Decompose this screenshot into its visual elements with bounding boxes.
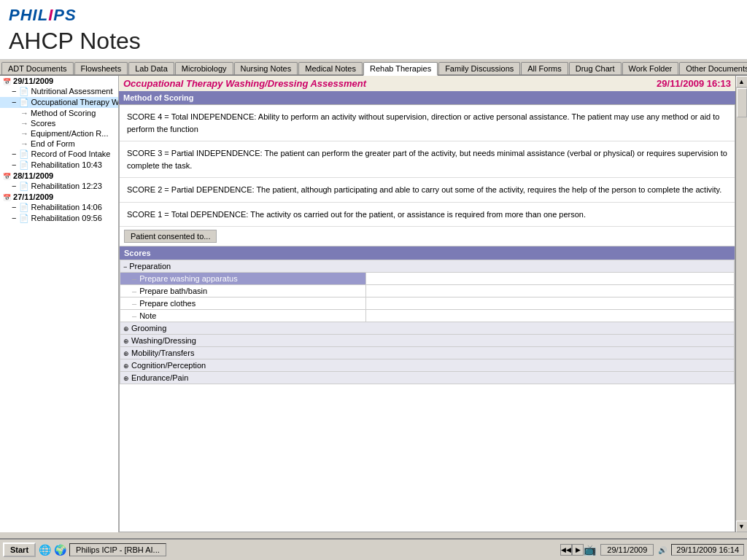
doc-page-icon: 📄	[19, 87, 29, 96]
category-row-1[interactable]: ⊕Grooming	[120, 322, 735, 335]
tab-nursing-notes[interactable]: Nursing Notes	[234, 62, 298, 74]
philips-nav-icon: 📺	[584, 544, 596, 556]
document-body[interactable]: SCORE 4 = Total INDEPENDENCE: Ability to…	[119, 104, 735, 532]
doc-page-icon: 📄	[19, 98, 29, 106]
consent-button[interactable]: Patient consented to...	[124, 230, 217, 243]
score-item-1: SCORE 1 = Total DEPENDENCE: The activity…	[120, 203, 735, 228]
nav-play-button[interactable]: ▶	[572, 544, 584, 556]
doc-icon: −	[12, 160, 16, 169]
categories-table: −Preparation–Prepare washing apparatus–P…	[120, 260, 735, 384]
tree-item-8[interactable]: − 📄 Rehabilitation 10:43	[0, 160, 118, 171]
sub-arrow: →	[20, 139, 28, 148]
tree-item-2[interactable]: − 📄 Occupational Therapy W...	[0, 97, 118, 108]
tree-item-1[interactable]: − 📄 Nutritional Assessment	[0, 86, 118, 97]
tree-item-4[interactable]: → Scores	[0, 118, 118, 128]
doc-page-icon: 📄	[19, 214, 29, 222]
expand-icon-4: ⊕	[123, 362, 129, 370]
sub-arrow: →	[20, 129, 28, 138]
right-scrollbar[interactable]: ▲ ▼	[735, 76, 747, 532]
consent-row: Patient consented to...	[120, 227, 735, 246]
right-panel: Occupational Therapy Washing/Dressing As…	[119, 76, 735, 532]
logo-text: PHIL	[9, 6, 48, 24]
ie-icon[interactable]: 🌐	[39, 544, 51, 556]
sub-row-0-3[interactable]: –Note	[120, 310, 735, 322]
tree-item-11[interactable]: 📅 27/11/2009	[0, 192, 118, 202]
app-title: AHCP Notes	[9, 28, 738, 55]
doc-icon: −	[12, 214, 16, 222]
sub-arrow: →	[20, 109, 28, 117]
taskbar: Start 🌐 🌍 Philips ICIP - [RBH AI... ◀◀ ▶…	[0, 538, 747, 560]
sys-tray: 🔊	[658, 546, 667, 554]
scores-content: SCORE 4 = Total INDEPENDENCE: Ability to…	[120, 105, 735, 227]
logo: PHILIPS	[9, 6, 738, 25]
left-panel: 📅 29/11/2009− 📄 Nutritional Assessment− …	[0, 76, 119, 532]
scores-section-header: Scores	[120, 246, 735, 260]
tree-item-3[interactable]: → Method of Scoring	[0, 108, 118, 118]
expand-icon-1: ⊕	[123, 325, 129, 332]
open-app-button[interactable]: Philips ICIP - [RBH AI...	[69, 543, 166, 556]
sub-dash-0-2: –	[132, 299, 136, 308]
doc-page-icon: 📄	[19, 182, 29, 190]
sub-row-0-0[interactable]: –Prepare washing apparatus	[120, 273, 735, 285]
doc-page-icon: 📄	[19, 203, 29, 211]
taskbar-right: ◀◀ ▶ 📺 29/11/2009 🔊 29/11/2009 16:14	[560, 544, 744, 556]
browser-icon[interactable]: 🌍	[54, 544, 66, 556]
doc-icon: −	[12, 98, 16, 106]
tree-item-7[interactable]: − 📄 Record of Food Intake	[0, 149, 118, 160]
tab-medical-notes[interactable]: Medical Notes	[298, 62, 363, 74]
document-header: Occupational Therapy Washing/Dressing As…	[119, 76, 735, 91]
sub-dash-0-1: –	[132, 287, 136, 295]
tab-adt-documents[interactable]: ADT Documents	[1, 62, 74, 74]
scroll-track	[736, 88, 747, 521]
scroll-up-button[interactable]: ▲	[736, 76, 748, 88]
section-header: Method of Scoring	[119, 91, 735, 104]
tree-item-10[interactable]: − 📄 Rehabilitation 12:23	[0, 181, 118, 192]
tab-rehab-therapies[interactable]: Rehab Therapies	[363, 62, 438, 76]
tab-family-discussions[interactable]: Family Discussions	[438, 62, 520, 74]
tab-other-documents[interactable]: Other Documents	[679, 62, 747, 74]
category-row-2[interactable]: ⊕Washing/Dressing	[120, 335, 735, 347]
tree-item-5[interactable]: → Equipment/Action R...	[0, 128, 118, 139]
tree-item-13[interactable]: − 📄 Rehabilitation 09:56	[0, 213, 118, 224]
tab-all-forms[interactable]: All Forms	[521, 62, 568, 74]
sub-row-0-1[interactable]: –Prepare bath/basin	[120, 285, 735, 298]
doc-icon: −	[12, 203, 16, 211]
sub-row-0-2[interactable]: –Prepare clothes	[120, 298, 735, 310]
tab-drug-chart[interactable]: Drug Chart	[569, 62, 622, 74]
score-item-2: SCORE 2 = Partial DEPENDENCE: The patien…	[120, 178, 735, 203]
tree-item-0[interactable]: 📅 29/11/2009	[0, 76, 118, 86]
start-button[interactable]: Start	[3, 542, 36, 557]
category-row-3[interactable]: ⊕Mobility/Transfers	[120, 347, 735, 359]
doc-page-icon: 📄	[19, 160, 29, 169]
expand-icon: 📅	[3, 173, 11, 180]
logo-text2: PS	[53, 6, 76, 24]
doc-icon: −	[12, 149, 16, 158]
tree-item-12[interactable]: − 📄 Rehabilitation 14:06	[0, 202, 118, 213]
expand-icon: 📅	[3, 78, 11, 85]
category-row-4[interactable]: ⊕Cognition/Perception	[120, 359, 735, 372]
tab-work-folder[interactable]: Work Folder	[622, 62, 679, 74]
expand-icon-2: ⊕	[123, 338, 129, 345]
tab-flowsheets[interactable]: Flowsheets	[74, 62, 128, 74]
category-row-0[interactable]: −Preparation	[120, 260, 735, 273]
nav-prev-button[interactable]: ◀◀	[560, 544, 572, 556]
score-item-4: SCORE 4 = Total INDEPENDENCE: Ability to…	[120, 105, 735, 141]
nav-date-display: 29/11/2009	[600, 544, 654, 556]
tab-lab-data[interactable]: Lab Data	[128, 62, 174, 74]
score-item-3: SCORE 3 = Partial INDEPENDENCE: The pati…	[120, 141, 735, 178]
tree-item-9[interactable]: 📅 28/11/2009	[0, 171, 118, 181]
expand-icon: 📅	[3, 194, 11, 201]
taskbar-left: Start 🌐 🌍 Philips ICIP - [RBH AI...	[3, 542, 166, 557]
scores-table: −Preparation–Prepare washing apparatus–P…	[120, 260, 735, 384]
category-row-5[interactable]: ⊕Endurance/Pain	[120, 372, 735, 384]
speaker-icon: 🔊	[658, 546, 667, 554]
tab-microbiology[interactable]: Microbiology	[175, 62, 233, 74]
document-date: 29/11/2009 16:13	[657, 78, 731, 89]
taskbar-nav: ◀◀ ▶ 📺	[560, 544, 596, 556]
doc-icon: −	[12, 87, 16, 96]
scroll-thumb[interactable]	[737, 88, 747, 117]
tree-item-6[interactable]: → End of Form	[0, 139, 118, 149]
expand-icon-3: ⊕	[123, 350, 129, 357]
sub-dash-0-3: –	[132, 311, 136, 320]
scroll-down-button[interactable]: ▼	[736, 521, 748, 532]
